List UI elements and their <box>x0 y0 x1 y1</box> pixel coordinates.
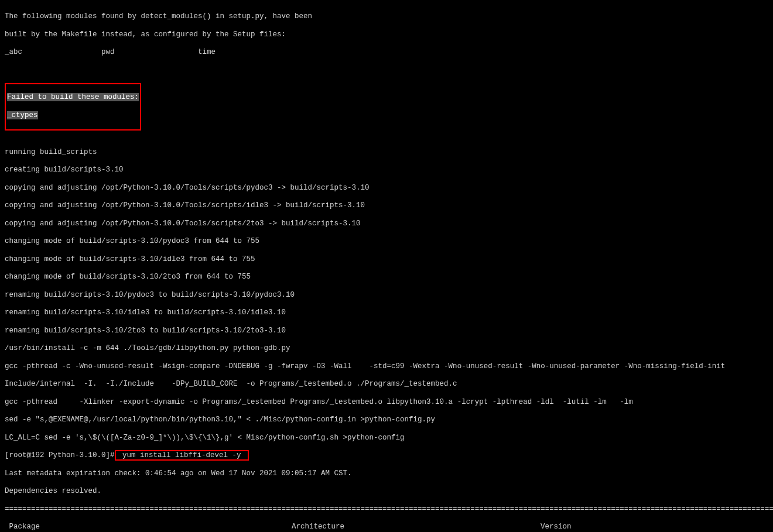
table-header: Package Architecture Version <box>5 523 768 531</box>
output-line: copying and adjusting /opt/Python-3.10.0… <box>5 201 768 210</box>
failed-module-name: _ctypes <box>7 111 38 119</box>
col-arch: Architecture <box>292 523 541 531</box>
output-line: renaming build/scripts-3.10/2to3 to buil… <box>5 327 768 335</box>
output-line: _abc pwd time <box>5 48 768 57</box>
output-line: gcc -pthread -Xlinker -export-dynamic -o… <box>5 398 768 407</box>
output-line: LC_ALL=C sed -e 's,\$(\([A-Za-z0-9_]*\))… <box>5 434 768 442</box>
output-line: The following modules found by detect_mo… <box>5 12 768 21</box>
output-line: copying and adjusting /opt/Python-3.10.0… <box>5 219 768 228</box>
output-line: Last metadata expiration check: 0:46:54 … <box>5 469 768 478</box>
output-line: built by the Makefile instead, as config… <box>5 30 768 39</box>
yum-command-highlight: yum install libffi-devel -y <box>115 450 249 461</box>
output-line: Include/internal -I. -I./Include -DPy_BU… <box>5 380 768 389</box>
terminal-output[interactable]: The following modules found by detect_mo… <box>0 0 773 532</box>
output-line: running build_scripts <box>5 148 768 157</box>
col-version: Version <box>541 523 768 531</box>
output-line: changing mode of build/scripts-3.10/pydo… <box>5 237 768 246</box>
output-line: sed -e "s,@EXENAME@,/usr/local/python/bi… <box>5 416 768 424</box>
output-line: changing mode of build/scripts-3.10/2to3… <box>5 273 768 282</box>
failed-modules-highlight: Failed to build these modules: _ctypes <box>5 83 141 131</box>
col-package: Package <box>5 523 292 531</box>
output-line: creating build/scripts-3.10 <box>5 166 768 174</box>
output-line: gcc -pthread -c -Wno-unused-result -Wsig… <box>5 362 768 371</box>
output-line: changing mode of build/scripts-3.10/idle… <box>5 255 768 264</box>
failed-header: Failed to build these modules: <box>7 93 139 101</box>
output-line: /usr/bin/install -c -m 644 ./Tools/gdb/l… <box>5 344 768 353</box>
output-line: Dependencies resolved. <box>5 487 768 496</box>
output-line: copying and adjusting /opt/Python-3.10.0… <box>5 184 768 193</box>
separator-double: ========================================… <box>5 505 768 514</box>
output-line: renaming build/scripts-3.10/idle3 to bui… <box>5 308 768 317</box>
prompt-line: [root@192 Python-3.10.0]# yum install li… <box>5 451 768 460</box>
output-line: renaming build/scripts-3.10/pydoc3 to bu… <box>5 291 768 300</box>
